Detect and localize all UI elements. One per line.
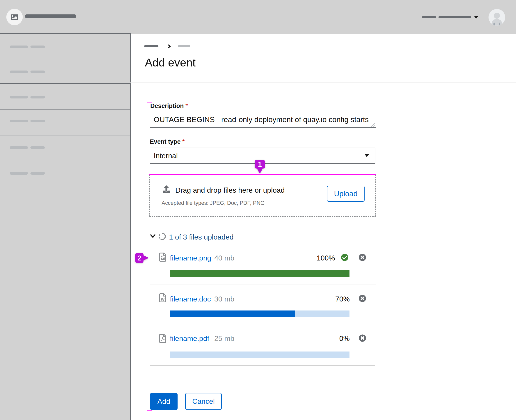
svg-text:2: 2	[137, 254, 141, 262]
svg-text:1: 1	[258, 160, 262, 168]
